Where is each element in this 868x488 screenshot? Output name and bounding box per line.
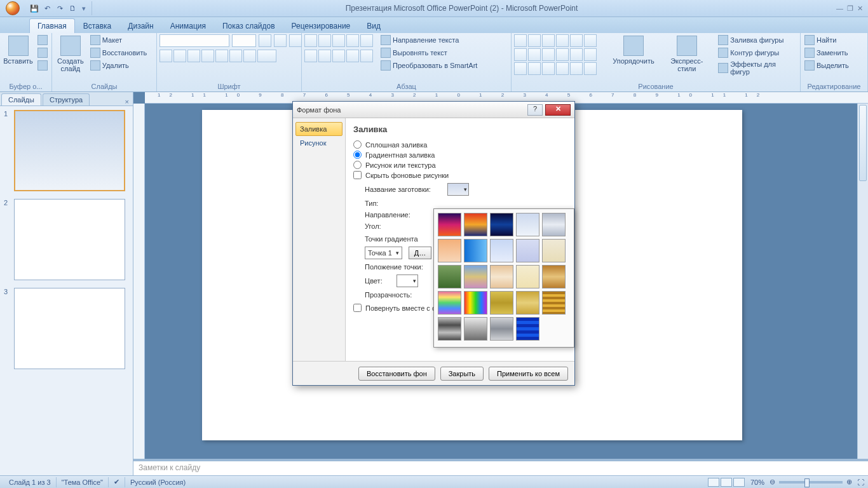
shrink-font-button[interactable] [274, 34, 287, 47]
nav-picture[interactable]: Рисунок [295, 136, 342, 150]
vertical-scrollbar[interactable] [857, 104, 868, 459]
copy-button[interactable] [36, 47, 49, 58]
shape-icon[interactable] [528, 62, 541, 75]
gradient-swatch[interactable] [490, 239, 513, 262]
bullets-button[interactable] [304, 34, 317, 47]
shapes-gallery[interactable] [514, 34, 608, 75]
shape-outline-button[interactable]: Контур фигуры [717, 47, 797, 58]
line-spacing-button[interactable] [360, 34, 373, 47]
restore-button[interactable]: ❐ [847, 4, 853, 13]
shape-effects-button[interactable]: Эффекты для фигур [717, 60, 797, 76]
nav-fill[interactable]: Заливка [295, 122, 342, 136]
view-slideshow-button[interactable] [733, 478, 745, 487]
gradient-swatch[interactable] [438, 265, 461, 288]
case-button[interactable] [243, 50, 256, 62]
gradient-swatch[interactable] [516, 317, 539, 341]
gradient-swatch[interactable] [490, 317, 513, 341]
shape-icon[interactable] [528, 48, 541, 61]
gradient-swatch[interactable] [438, 213, 461, 236]
close-dialog-button[interactable]: Закрыть [440, 367, 484, 381]
gradient-swatch[interactable] [464, 265, 487, 288]
gradient-swatch[interactable] [464, 291, 487, 315]
gradient-swatch[interactable] [464, 213, 487, 236]
gradient-swatch[interactable] [438, 291, 461, 315]
shape-icon[interactable] [584, 62, 597, 75]
indent-inc-button[interactable] [346, 34, 359, 47]
select-button[interactable]: Выделить [803, 60, 850, 71]
strike-button[interactable] [201, 50, 214, 62]
spacing-button[interactable] [229, 50, 242, 62]
tab-view[interactable]: Вид [358, 18, 389, 33]
redo-icon[interactable]: ↷ [55, 3, 65, 13]
panel-close-button[interactable]: × [121, 98, 133, 105]
cut-button[interactable] [36, 34, 49, 46]
gradient-swatch[interactable] [490, 291, 513, 315]
delete-button[interactable]: Удалить [89, 60, 148, 71]
tab-animation[interactable]: Анимация [162, 18, 214, 33]
zoom-value[interactable]: 70% [745, 477, 770, 487]
shape-icon[interactable] [528, 34, 541, 47]
shape-icon[interactable] [570, 48, 583, 61]
gradient-swatch[interactable] [542, 239, 566, 262]
gradient-swatch[interactable] [542, 265, 566, 288]
view-normal-button[interactable] [708, 478, 719, 487]
align-left-button[interactable] [304, 50, 317, 62]
columns-button[interactable] [360, 50, 373, 62]
align-right-button[interactable] [332, 50, 345, 62]
gradient-swatch[interactable] [542, 291, 566, 315]
indent-dec-button[interactable] [332, 34, 345, 47]
shape-icon[interactable] [556, 62, 569, 75]
notes-pane[interactable]: Заметки к слайду [133, 459, 868, 475]
status-language[interactable]: Русский (Россия) [125, 477, 191, 487]
italic-button[interactable] [173, 50, 186, 62]
tab-insert[interactable]: Вставка [75, 18, 120, 33]
tab-design[interactable]: Дизайн [119, 18, 161, 33]
clear-format-button[interactable] [289, 34, 302, 47]
shadow-button[interactable] [215, 50, 228, 62]
zoom-out-button[interactable]: ⊖ [770, 478, 775, 486]
shape-icon[interactable] [514, 62, 527, 75]
shape-icon[interactable] [542, 34, 555, 47]
preset-dropdown[interactable] [447, 183, 469, 196]
tab-review[interactable]: Рецензирование [283, 18, 359, 33]
underline-button[interactable] [187, 50, 200, 62]
tab-slideshow[interactable]: Показ слайдов [214, 18, 283, 33]
gradient-swatch[interactable] [490, 265, 513, 288]
grow-font-button[interactable] [259, 34, 271, 47]
numbering-button[interactable] [318, 34, 331, 47]
dialog-titlebar[interactable]: Формат фона ? ✕ [293, 102, 574, 118]
add-stop-button[interactable]: Д… [409, 247, 431, 259]
font-color-button[interactable] [257, 50, 276, 62]
repeat-icon[interactable]: 🗋 [67, 3, 78, 13]
gradient-swatch[interactable] [438, 317, 461, 341]
smartart-button[interactable]: Преобразовать в SmartArt [379, 60, 478, 71]
stop-combo[interactable]: Точка 1 [365, 247, 402, 259]
apply-all-button[interactable]: Применить ко всем [489, 367, 568, 381]
gradient-swatch[interactable] [516, 265, 539, 288]
view-sorter-button[interactable] [721, 478, 732, 487]
zoom-in-button[interactable]: ⊕ [846, 478, 852, 486]
gradient-swatch[interactable] [464, 239, 487, 262]
shape-fill-button[interactable]: Заливка фигуры [717, 34, 797, 46]
tab-outline[interactable]: Структура [43, 93, 90, 105]
slide-thumb-1[interactable] [14, 110, 125, 191]
fit-button[interactable]: ⛶ [857, 478, 864, 486]
color-dropdown[interactable] [397, 274, 418, 287]
zoom-slider[interactable] [779, 481, 843, 484]
paste-button[interactable]: Вставить [3, 34, 34, 66]
quick-styles-button[interactable]: Экспресс-стили [659, 34, 714, 74]
find-button[interactable]: Найти [803, 34, 850, 46]
status-spellcheck[interactable]: ✔ [109, 477, 125, 487]
dialog-help-button[interactable]: ? [527, 104, 543, 116]
shape-icon[interactable] [514, 48, 527, 61]
shape-icon[interactable] [542, 62, 555, 75]
tab-home[interactable]: Главная [29, 18, 75, 33]
font-size-combo[interactable] [232, 34, 256, 47]
office-button[interactable] [0, 0, 25, 17]
minimize-button[interactable]: — [836, 4, 843, 13]
gradient-swatch[interactable] [516, 239, 539, 262]
arrange-button[interactable]: Упорядочить [611, 34, 656, 66]
reset-button[interactable]: Восстановить [89, 47, 148, 58]
radio-solid[interactable] [353, 140, 362, 149]
gradient-swatch[interactable] [516, 213, 539, 236]
